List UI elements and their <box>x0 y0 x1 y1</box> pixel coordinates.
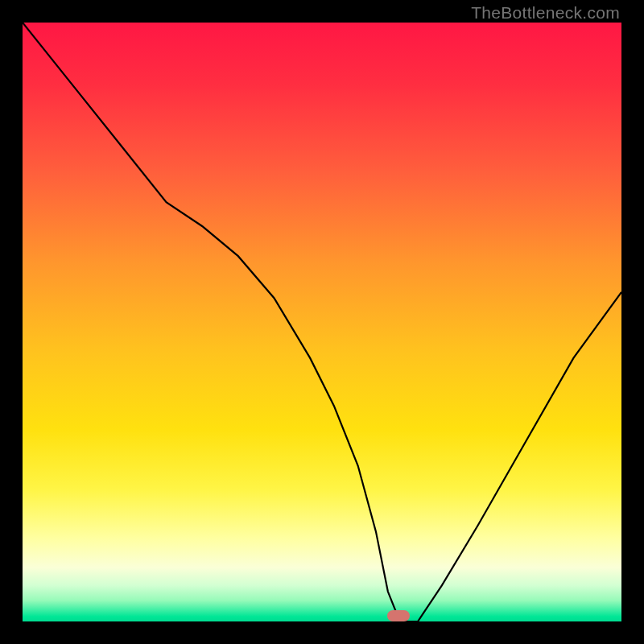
optimal-point-marker <box>387 610 410 621</box>
bottleneck-curve <box>23 23 621 621</box>
chart-container: TheBottleneck.com <box>0 0 644 644</box>
curve-path <box>23 23 621 621</box>
plot-area <box>23 23 621 621</box>
watermark-text: TheBottleneck.com <box>471 3 620 23</box>
